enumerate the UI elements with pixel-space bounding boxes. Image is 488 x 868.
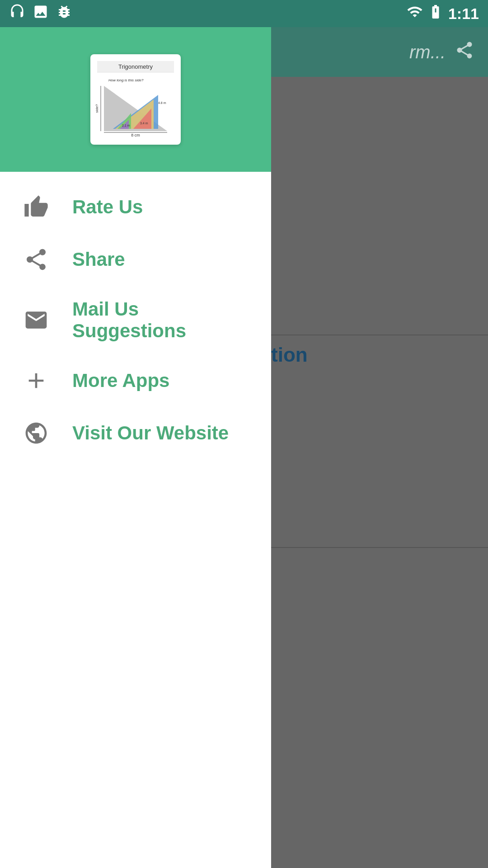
svg-text:Trigonometry: Trigonometry — [118, 63, 153, 70]
mail-us-item[interactable]: Mail Us Suggestions — [0, 286, 271, 354]
status-icons-right: 1:11 — [407, 4, 479, 24]
bug-icon — [56, 4, 72, 24]
svg-text:How long is this side?: How long is this side? — [108, 78, 144, 82]
bg-bottom-section — [267, 548, 488, 868]
status-bar: 1:11 — [0, 0, 488, 27]
svg-text:3.4 m: 3.4 m — [140, 122, 148, 125]
bg-toolbar-text: rm... — [409, 42, 446, 62]
svg-text:2.1 m: 2.1 m — [122, 124, 130, 127]
svg-text:4.8 m: 4.8 m — [158, 101, 166, 104]
bg-share-icon — [455, 40, 474, 64]
image-icon — [33, 4, 49, 24]
thumbs-up-icon — [23, 193, 50, 221]
status-time: 1:11 — [448, 5, 479, 23]
svg-text:8 cm: 8 cm — [131, 133, 140, 137]
drawer-menu: Rate Us Share Mail Us Suggestions — [0, 172, 271, 868]
signal-icon — [407, 4, 423, 24]
background-toolbar: rm... — [267, 27, 488, 77]
visit-website-label: Visit Our Website — [72, 422, 229, 444]
share-icon — [23, 246, 50, 273]
mail-icon — [23, 307, 50, 334]
headphone-icon — [9, 4, 25, 24]
plus-icon — [23, 367, 50, 394]
svg-text:side?: side? — [95, 104, 99, 113]
bg-section-text: tion — [271, 344, 308, 366]
globe-icon — [23, 420, 50, 447]
mail-us-label: Mail Us Suggestions — [72, 298, 249, 342]
more-apps-label: More Apps — [72, 370, 169, 392]
bg-divider-top — [267, 335, 488, 335]
status-icons-left — [9, 4, 72, 24]
navigation-drawer: Trigonometry 8 cm side — [0, 0, 271, 868]
more-apps-item[interactable]: More Apps — [0, 354, 271, 407]
rate-us-label: Rate Us — [72, 196, 143, 218]
share-item[interactable]: Share — [0, 233, 271, 286]
app-logo: Trigonometry 8 cm side — [90, 54, 181, 145]
battery-icon — [427, 4, 444, 24]
visit-website-item[interactable]: Visit Our Website — [0, 407, 271, 459]
trig-logo-svg: Trigonometry 8 cm side — [95, 59, 176, 140]
share-label: Share — [72, 249, 125, 270]
rate-us-item[interactable]: Rate Us — [0, 181, 271, 233]
